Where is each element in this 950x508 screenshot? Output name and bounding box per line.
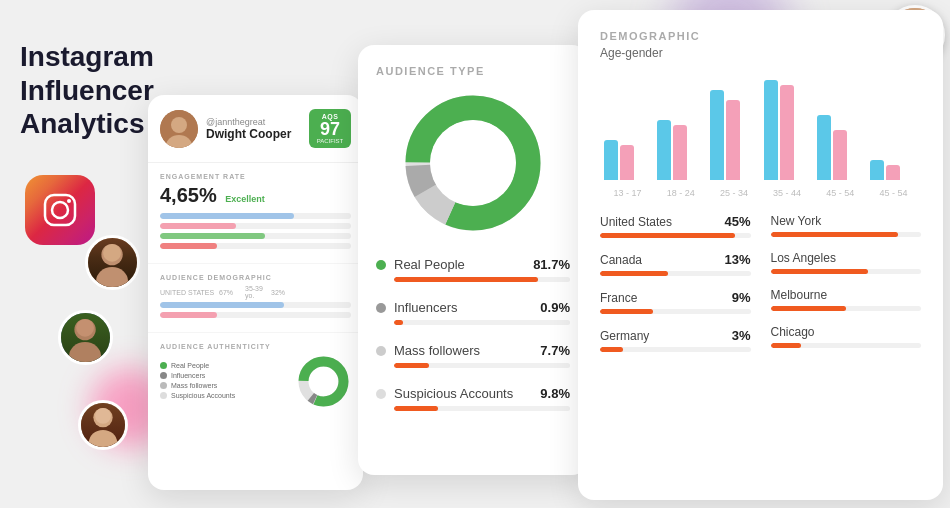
geo-header: Canada 13% [600,252,751,267]
audience-item-mass: Mass followers 7.7% [376,343,570,368]
engagement-rate: 4,65% [160,184,217,206]
bar-fill [160,302,284,308]
engagement-section: ENGAGEMENT RATE 4,65% Excellent [148,163,363,264]
audience-item-influencers: Influencers 0.9% [376,300,570,325]
bar-fill [160,243,217,249]
bar-row-2 [160,223,351,229]
geo-item-germany: Germany 3% [600,328,751,352]
legend-influencers: Influencers [160,372,288,379]
geo-pct-germany: 3% [732,328,751,343]
audience-dot-suspicious [376,389,386,399]
bar-group-2 [657,120,704,180]
geo-bar-track [771,343,922,348]
chart-bar-pink [886,165,900,180]
audience-type-title: AUDIENCE TYPE [376,65,570,77]
svg-point-7 [69,342,101,362]
chart-bar-blue [604,140,618,180]
profile-avatar [160,110,198,148]
aqs-score: 97 [315,120,345,138]
geo-bar-fill [600,233,735,238]
geo-name-la: Los Angeles [771,251,922,265]
audience-item-name-real: Real People [394,257,533,272]
bar-fill [160,312,217,318]
auth-content: Real People Influencers Mass followers S… [160,354,351,409]
chart-axis: 13 - 17 18 - 24 25 - 34 35 - 44 45 - 54 … [600,188,921,198]
geo-pct-canada: 13% [724,252,750,267]
demo-age: 35-39 yo. [245,285,267,299]
legend-label-mass: Mass followers [171,382,217,389]
instagram-logo [25,175,95,245]
demo-pct: 32% [271,289,293,296]
geo-bar-fill [600,271,668,276]
chart-bar-blue [710,90,724,180]
audience-bar-track [394,363,570,368]
svg-point-2 [67,199,71,203]
bar-track [160,243,351,249]
profile-card: @jannthegreat Dwight Cooper AQS 97 PACIF… [148,95,363,490]
svg-point-8 [76,319,94,337]
engagement-label: ENGAGEMENT RATE [160,173,351,180]
chart-bar-pink [673,125,687,180]
geo-bar-fill [600,309,653,314]
demo-bar-row-2 [160,312,351,318]
audience-dot-mass [376,346,386,356]
demographic-label: AUDIENCE DEMOGRAPHIC [160,274,351,281]
audience-bar-fill [394,363,429,368]
audience-bar-fill [394,406,438,411]
demographic-card: DEMOGRAPHIC Age-gender 13 - 17 18 [578,10,943,500]
aqs-sub: PACIFIST [315,138,345,144]
audience-item-header: Real People 81.7% [376,257,570,272]
geo-header: France 9% [600,290,751,305]
geo-header: Chicago [771,325,922,339]
geo-item-ny: New York [771,214,922,237]
authenticity-label: AUDIENCE AUTHENTICITY [160,343,351,350]
bar-fill [160,213,294,219]
audience-bar-track [394,406,570,411]
svg-point-26 [430,120,516,206]
axis-label-4: 35 - 44 [764,188,811,198]
geo-name-us: United States [600,215,724,229]
demographic-card-title: DEMOGRAPHIC [600,30,921,42]
geo-bar-fill [771,343,801,348]
audience-item-real: Real People 81.7% [376,257,570,282]
demo-rows: UNITED STATES 67% 35-39 yo. 32% [160,285,351,318]
chart-bar-blue [817,115,831,180]
audience-bar-track [394,277,570,282]
svg-point-10 [89,430,117,447]
legend-dot-influencers [160,372,167,379]
geo-header: Los Angeles [771,251,922,265]
axis-label-3: 25 - 34 [710,188,757,198]
geo-item-melbourne: Melbourne [771,288,922,311]
bar-group-1 [604,140,651,180]
bar-group-4 [764,80,811,180]
axis-label-5: 45 - 54 [817,188,864,198]
audience-type-card: AUDIENCE TYPE Real People 81.7% [358,45,588,475]
age-gender-chart [600,70,921,180]
legend-real: Real People [160,362,288,369]
geo-item-chicago: Chicago [771,325,922,348]
chart-bar-pink [620,145,634,180]
profile-name: Dwight Cooper [206,127,309,141]
geo-item-la: Los Angeles [771,251,922,274]
audience-item-suspicious: Suspicious Accounts 9.8% [376,386,570,411]
legend-label-influencers: Influencers [171,372,205,379]
geo-pct-us: 45% [724,214,750,229]
geo-bar-fill [771,269,869,274]
demo-val: 67% [219,289,241,296]
svg-point-17 [171,117,187,133]
geo-item-us: United States 45% [600,214,751,238]
auth-legend: Real People Influencers Mass followers S… [160,362,288,402]
legend-dot-mass [160,382,167,389]
audience-item-name-suspicious: Suspicious Accounts [394,386,540,401]
legend-label-suspicious: Suspicious Accounts [171,392,235,399]
legend-mass: Mass followers [160,382,288,389]
chart-bar-blue [657,120,671,180]
svg-point-1 [52,202,68,218]
geo-name-germany: Germany [600,329,732,343]
aqs-badge: AQS 97 PACIFIST [309,109,351,148]
bar-fill [160,233,265,239]
legend-dot-real [160,362,167,369]
chart-bar-pink [726,100,740,180]
geo-header: New York [771,214,922,228]
geo-header: United States 45% [600,214,751,229]
